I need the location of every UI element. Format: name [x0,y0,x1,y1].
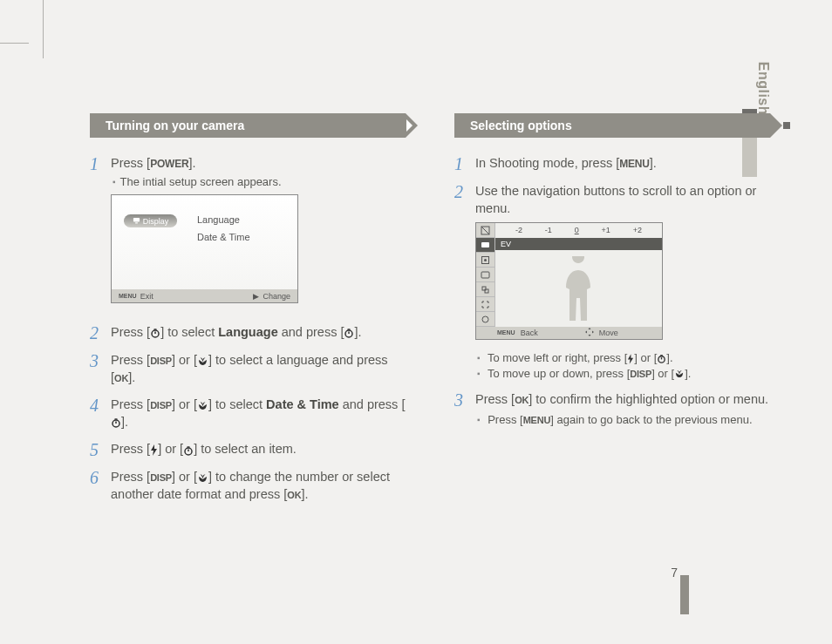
menu-icon-small: MENU [497,329,515,336]
ok-icon: OK [287,490,301,500]
section-heading-left: Turning on your camera [90,113,406,138]
flash-icon [150,444,158,456]
power-button-label: POWER [150,158,188,170]
disp-icon: DISP [150,356,172,366]
step-3: 3 Press [DISP] or [] to select a languag… [90,352,406,386]
disp-icon: DISP [630,369,651,379]
svg-point-9 [484,259,487,261]
af-tab-icon [481,300,490,309]
style-tab-icon [481,315,490,324]
wb-tab-icon [481,241,490,248]
timer-icon [183,445,194,456]
timer-icon [344,328,354,338]
column-left: Turning on your camera 1 Press [POWER]. … [90,113,406,513]
language-tab: English [755,62,771,115]
step-4: 4 Press [DISP] or [] to select Date & Ti… [90,397,406,430]
svg-point-14 [658,356,665,363]
step-6: 6 Press [DISP] or [] to change the numbe… [90,469,406,503]
svg-rect-7 [481,242,489,247]
svg-rect-1 [135,222,138,223]
step-1-sub: The intial setup screen appears. [113,174,406,190]
ev-row: EV [495,238,662,250]
monitor-icon [133,217,140,225]
step-2: 2 Press [] to select Language and press … [90,324,406,342]
timer-icon [111,417,121,428]
sub-up-down: To move up or down, press [DISP] or []. [477,366,770,382]
move-icon [585,328,594,339]
timer-icon [657,354,666,363]
ss1-datetime: Date & Time [197,229,250,247]
ok-icon: OK [515,395,529,405]
step-r3-sub: Press [MENU] again to go back to the pre… [477,412,770,428]
macro-icon [674,369,685,378]
step-5: 5 Press [] or [] to select an item. [90,441,406,458]
manual-page: English Turning on your camera 1 Press [… [65,61,785,606]
timer-icon [150,328,160,338]
iso-tab-icon [481,255,490,265]
macro-icon [197,401,208,410]
column-right: Selecting options 1 In Shooting mode, pr… [454,113,770,513]
sub-left-right: To move left or right, press [] or []. [477,350,770,366]
ss1-language: Language [197,212,250,229]
play-icon: ▶ [253,291,259,302]
svg-rect-10 [481,272,489,278]
ev-tab-icon [481,226,490,235]
section-heading-right: Selecting options [454,113,770,138]
step-r2: 2 Use the navigation buttons to scroll t… [454,183,770,381]
menu-icon-small: MENU [119,292,137,300]
macro-icon [197,356,208,366]
setup-screen-illustration: Display Language Date & Time MENU Exit ▶ [111,194,298,303]
chevron-right-icon [406,119,413,132]
options-screen-illustration: -2 -1 0 +1 +2 EV MENU [475,222,663,340]
svg-rect-0 [133,218,140,222]
step-r1: 1 In Shooting mode, press [MENU]. [454,155,770,173]
svg-point-13 [482,316,488,322]
ok-icon: OK [114,372,128,383]
heading-text: Selecting options [470,119,572,132]
size-tab-icon [481,285,490,295]
menu-button-label: MENU [619,158,650,170]
menu-icon: MENU [523,415,551,425]
heading-text: Turning on your camera [106,119,244,132]
disp-icon: DISP [150,400,172,410]
disp-icon: DISP [150,472,172,483]
page-number: 7 [671,566,678,580]
step-r3: 3 Press [OK] to confirm the highlighted … [454,391,770,427]
face-tab-icon [481,271,490,279]
macro-icon [197,473,208,483]
page-bar [680,575,689,614]
person-silhouette-icon [555,256,603,324]
step-1: 1 Press [POWER]. The intial setup screen… [90,155,406,314]
display-pill: Display [124,214,177,227]
